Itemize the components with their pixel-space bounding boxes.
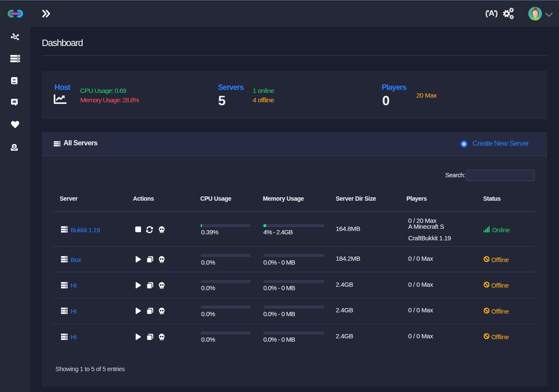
svg-text:$: $: [13, 144, 15, 149]
